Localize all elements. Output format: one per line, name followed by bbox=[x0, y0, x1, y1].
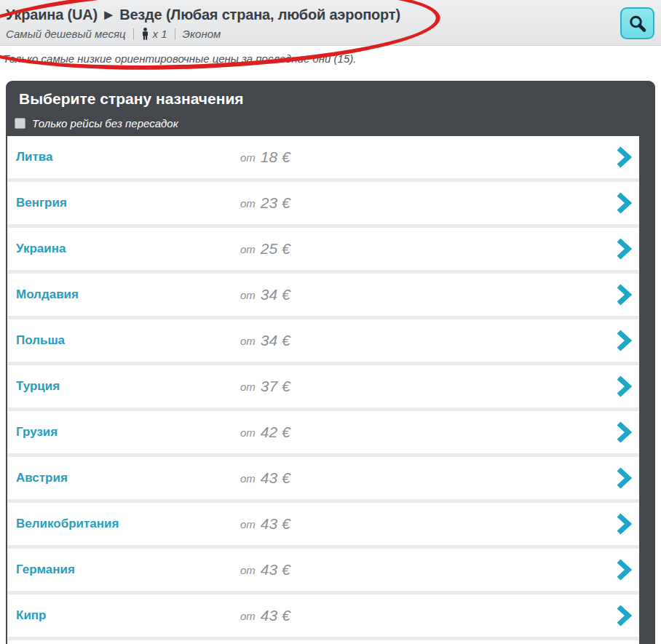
direct-flights-label: Только рейсы без пересадок bbox=[32, 117, 178, 130]
chevron-right-icon[interactable] bbox=[616, 605, 632, 627]
price-amount: 37 € bbox=[261, 378, 290, 395]
chevron-right-icon[interactable] bbox=[616, 421, 632, 443]
country-row[interactable]: Турция от 37 € bbox=[7, 365, 639, 411]
country-name[interactable]: Великобритания bbox=[16, 517, 119, 531]
price: от 43 € bbox=[240, 457, 290, 499]
direct-flights-filter[interactable]: Только рейсы без пересадок bbox=[15, 117, 639, 130]
price-amount: 43 € bbox=[261, 515, 290, 533]
country-row[interactable]: Венгрия от 23 € bbox=[7, 182, 639, 228]
price: от 34 € bbox=[240, 274, 290, 316]
route-title[interactable]: Украина (UA) ► Везде (Любая страна, любо… bbox=[6, 7, 400, 23]
country-name[interactable]: Германия bbox=[16, 562, 75, 577]
price-prefix: от bbox=[240, 564, 256, 576]
price-amount: 25 € bbox=[261, 240, 290, 258]
search-options-summary[interactable]: Самый дешевый месяц x 1 Эконом bbox=[6, 28, 221, 40]
price: от 43 € bbox=[240, 549, 290, 591]
price-amount: 34 € bbox=[261, 286, 290, 303]
price-prefix: от bbox=[240, 243, 256, 255]
country-list: Литва от 18 € Венгрия от 23 € Украина от… bbox=[7, 136, 639, 644]
price-prefix: от bbox=[240, 610, 256, 622]
country-name[interactable]: Венгрия bbox=[16, 196, 67, 210]
chevron-right-icon[interactable] bbox=[616, 330, 632, 351]
price: от 42 € bbox=[240, 411, 290, 453]
chevron-right-icon[interactable] bbox=[616, 513, 632, 535]
panel-title: Выберите страну назначения bbox=[19, 90, 639, 108]
country-row[interactable]: Польша от 34 € bbox=[7, 319, 639, 365]
chevron-right-icon[interactable] bbox=[616, 467, 632, 489]
chevron-right-icon[interactable] bbox=[616, 192, 632, 214]
price: от 18 € bbox=[240, 136, 290, 178]
chevron-right-icon[interactable] bbox=[616, 375, 632, 397]
country-row[interactable]: Литва от 18 € bbox=[7, 136, 639, 182]
price-amount: 43 € bbox=[261, 561, 290, 579]
price-prefix: от bbox=[240, 472, 256, 485]
country-row[interactable]: Украина от 25 € bbox=[7, 228, 639, 274]
price: от 23 € bbox=[240, 182, 290, 224]
country-name[interactable]: Украина bbox=[16, 242, 66, 256]
country-name[interactable]: Грузия bbox=[16, 425, 58, 440]
price-notice: Только самые низкие ориентировочные цены… bbox=[3, 52, 356, 65]
country-row[interactable]: Кипр от 43 € bbox=[7, 595, 639, 640]
price: от 25 € bbox=[240, 228, 290, 270]
price: от 37 € bbox=[240, 365, 290, 408]
price: от 34 € bbox=[240, 319, 290, 362]
country-name[interactable]: Польша bbox=[16, 333, 65, 348]
country-row-partial bbox=[7, 640, 639, 644]
separator bbox=[133, 28, 134, 40]
price-prefix: от bbox=[240, 289, 256, 301]
price-amount: 43 € bbox=[261, 607, 290, 624]
direct-flights-checkbox[interactable] bbox=[15, 118, 25, 129]
price-amount: 18 € bbox=[261, 148, 290, 166]
search-button[interactable] bbox=[620, 7, 654, 39]
chevron-right-icon[interactable] bbox=[616, 146, 632, 168]
price-prefix: от bbox=[240, 197, 256, 210]
search-icon bbox=[628, 14, 647, 33]
person-icon bbox=[141, 28, 149, 40]
price-amount: 34 € bbox=[261, 332, 290, 349]
price-prefix: от bbox=[240, 426, 256, 439]
country-name[interactable]: Австрия bbox=[16, 471, 68, 485]
search-summary-header[interactable]: Украина (UA) ► Везде (Любая страна, любо… bbox=[0, 0, 661, 46]
country-row[interactable]: Германия от 43 € bbox=[7, 549, 639, 595]
country-name[interactable]: Турция bbox=[16, 379, 60, 394]
price: от 43 € bbox=[240, 595, 290, 637]
price-prefix: от bbox=[240, 151, 256, 164]
country-row[interactable]: Австрия от 43 € bbox=[7, 457, 639, 503]
price-amount: 23 € bbox=[261, 194, 290, 212]
passenger-count: x 1 bbox=[153, 28, 167, 40]
chevron-right-icon[interactable] bbox=[616, 238, 632, 260]
country-name[interactable]: Молдавия bbox=[16, 287, 79, 302]
country-row[interactable]: Грузия от 42 € bbox=[7, 411, 639, 457]
price-amount: 42 € bbox=[261, 424, 290, 441]
price-prefix: от bbox=[240, 381, 256, 393]
country-row[interactable]: Молдавия от 34 € bbox=[7, 274, 639, 319]
separator bbox=[175, 28, 175, 40]
price: от 43 € bbox=[240, 503, 290, 545]
price-prefix: от bbox=[240, 335, 256, 347]
trip-type-label: Самый дешевый месяц bbox=[6, 28, 126, 40]
chevron-right-icon[interactable] bbox=[616, 559, 632, 581]
chevron-right-icon[interactable] bbox=[616, 284, 632, 306]
price-prefix: от bbox=[240, 518, 256, 530]
country-name[interactable]: Кипр bbox=[16, 608, 46, 623]
price-amount: 43 € bbox=[261, 469, 290, 487]
country-name[interactable]: Литва bbox=[16, 150, 52, 164]
destination-panel: Выберите страну назначения Только рейсы … bbox=[6, 81, 655, 644]
cabin-class-label: Эконом bbox=[183, 28, 221, 40]
country-row[interactable]: Великобритания от 43 € bbox=[7, 503, 639, 549]
